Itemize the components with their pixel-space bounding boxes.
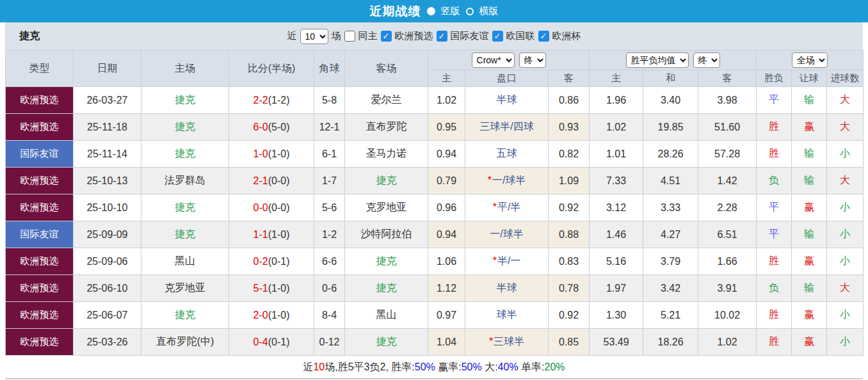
match-count-select[interactable]: 10	[300, 29, 328, 44]
fulltime-score: 0-4	[253, 336, 268, 347]
summary-segment: 场,胜5平3负2, 胜率:	[325, 361, 414, 372]
result-goals: 大	[827, 168, 864, 194]
corners: 6-1	[314, 141, 345, 168]
fulltime-score: 1-0	[253, 148, 268, 159]
summary-segment: 40%	[498, 361, 518, 372]
halftime-score: (0-1)	[268, 256, 290, 267]
match-type-badge: 欧洲预选	[6, 114, 74, 141]
result-winlose: 平	[757, 87, 792, 114]
avg-draw: 4.27	[643, 221, 698, 248]
corners: 5-6	[314, 194, 345, 221]
match-score: 2-2(1-2)	[229, 87, 314, 114]
match-date: 26-03-27	[74, 87, 141, 114]
handicap-text: 平/半	[497, 202, 520, 212]
odds-home: 1.02	[428, 87, 465, 114]
halftime-score: (1-0)	[268, 283, 290, 294]
home-team: 捷克	[141, 194, 229, 221]
corners: 1-7	[314, 168, 345, 194]
fulltime-score: 2-1	[253, 175, 268, 186]
vertical-layout-radio[interactable]	[427, 7, 435, 15]
result-scope-select[interactable]: 全场	[792, 52, 828, 68]
home-team: 捷克	[141, 114, 229, 141]
summary-segment: 大:	[482, 361, 498, 372]
subcol-odds-away: 客	[549, 70, 590, 87]
table-row: 欧洲预选25-09-06黑山0-2(0-1)6-6捷克1.06*半/一0.835…	[6, 248, 864, 275]
summary-footer: 近10场,胜5平3负2, 胜率:50% 赢率:50% 大:40% 单率:20%	[5, 356, 863, 379]
result-handicap: 输	[792, 87, 827, 114]
avg-home: 1.02	[590, 114, 643, 141]
subcol-handicap: 盘口	[465, 70, 549, 87]
result-winlose: 胜	[757, 114, 792, 141]
summary-segment: 50%	[462, 361, 482, 372]
avg-home: 5.16	[590, 248, 643, 275]
competition-label-euro-cup[interactable]: 欧洲杯	[552, 30, 581, 42]
competition-checkbox-nations-league[interactable]: ✓	[492, 31, 503, 42]
match-type-badge: 欧洲预选	[6, 275, 74, 302]
avg-draw: 3.33	[643, 194, 698, 221]
home-team: 直布罗陀(中)	[141, 329, 229, 356]
match-score: 2-1(0-0)	[229, 168, 314, 194]
avg-period-select[interactable]: 终	[693, 52, 720, 68]
col-header-corners: 角球	[314, 51, 345, 87]
col-header-home: 主场	[141, 51, 229, 87]
odds-period-select[interactable]: 终	[519, 52, 546, 68]
away-team: 捷克	[345, 168, 428, 194]
vertical-layout-label[interactable]: 竖版	[441, 5, 460, 17]
halftime-score: (1-0)	[268, 148, 290, 159]
match-type-badge: 欧洲预选	[6, 248, 74, 275]
fulltime-score: 0-2	[253, 256, 268, 267]
home-team: 捷克	[141, 302, 229, 329]
competition-label-euro-qual[interactable]: 欧洲预选	[395, 30, 433, 42]
result-winlose: 胜	[757, 141, 792, 168]
avg-type-select[interactable]: 胜平负均值	[626, 52, 689, 68]
filter-bar: 捷克 近 10 场 同主 ✓ 欧洲预选 ✓ 国际友谊 ✓ 欧国联 ✓ 欧洲杯	[5, 22, 863, 50]
competition-checkbox-friendly[interactable]: ✓	[437, 31, 447, 42]
team-name: 捷克	[19, 29, 40, 43]
match-type-badge: 欧洲预选	[6, 302, 74, 329]
result-goals: 大	[827, 114, 864, 141]
table-row: 国际友谊25-11-14捷克1-0(1-0)6-1圣马力诺0.94五球0.821…	[6, 141, 864, 168]
table-row: 欧洲预选25-03-26直布罗陀(中)0-4(0-1)0-12捷克1.04*三球…	[6, 329, 864, 356]
corners: 12-1	[314, 114, 345, 141]
away-team: 直布罗陀	[345, 114, 428, 141]
match-date: 25-11-14	[74, 141, 141, 168]
avg-draw: 28.26	[643, 141, 698, 168]
odds-away: 0.93	[549, 114, 590, 141]
same-home-checkbox[interactable]	[344, 31, 355, 42]
avg-group-header: 胜平负均值 终	[590, 51, 757, 70]
competition-checkbox-euro-cup[interactable]: ✓	[538, 31, 549, 42]
handicap-star: *	[488, 175, 492, 186]
col-header-type: 类型	[6, 51, 74, 87]
horizontal-layout-label[interactable]: 横版	[479, 5, 499, 17]
match-date: 25-06-10	[74, 275, 141, 302]
match-type-badge: 欧洲预选	[6, 168, 74, 194]
competition-checkbox-euro-qual[interactable]: ✓	[381, 31, 392, 42]
result-winlose: 负	[757, 275, 792, 302]
away-team: 捷克	[345, 275, 428, 302]
subcol-avg-home: 主	[590, 70, 643, 87]
same-home-label[interactable]: 同主	[358, 30, 378, 42]
handicap: *半/一	[465, 248, 549, 275]
competition-label-nations-league[interactable]: 欧国联	[506, 30, 535, 42]
corners: 8-4	[314, 302, 345, 329]
subcol-odds-home: 主	[428, 70, 465, 87]
avg-away: 51.60	[698, 114, 757, 141]
competition-label-friendly[interactable]: 国际友谊	[451, 30, 489, 42]
corners: 0-6	[314, 275, 345, 302]
fulltime-score: 1-1	[253, 229, 268, 240]
away-team: 克罗地亚	[345, 194, 428, 221]
horizontal-layout-radio[interactable]	[466, 8, 474, 15]
avg-draw: 5.21	[643, 302, 698, 329]
result-handicap: 赢	[792, 302, 827, 329]
result-group-header: 全场	[757, 51, 864, 70]
result-handicap: 赢	[792, 329, 827, 356]
result-goals: 大	[827, 275, 864, 302]
table-row: 欧洲预选25-06-10克罗地亚5-1(1-0)0-6捷克1.12半球0.781…	[6, 275, 864, 302]
odds-company-select[interactable]: Crow*	[472, 52, 515, 68]
match-date: 25-10-10	[74, 194, 141, 221]
result-handicap: 赢	[792, 114, 827, 141]
avg-away: 3.91	[698, 275, 757, 302]
result-handicap: 输	[792, 221, 827, 248]
match-date: 25-09-06	[74, 248, 141, 275]
handicap-text: 一/球半	[492, 175, 526, 186]
